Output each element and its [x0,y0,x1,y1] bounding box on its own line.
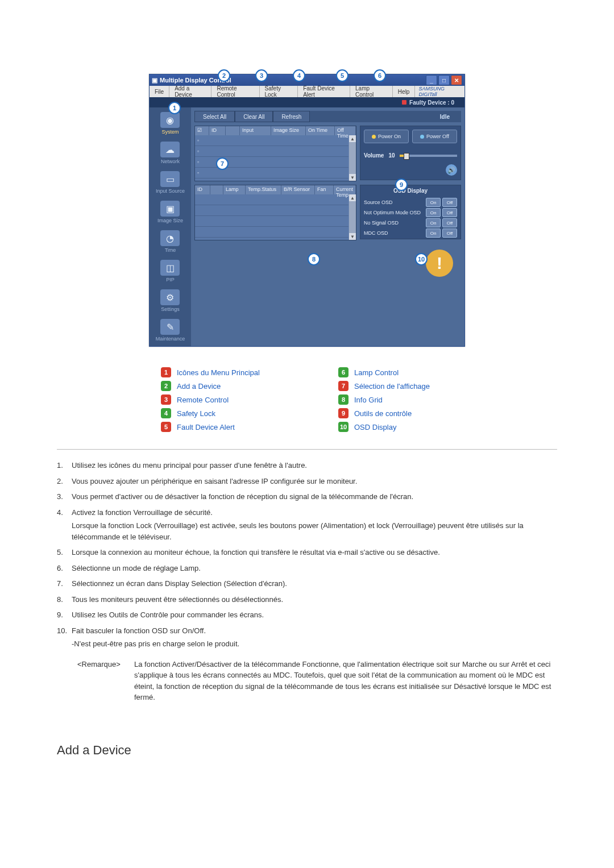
menu-add-device[interactable]: Add a Device [169,86,211,97]
legend-badge: 9 [338,408,349,418]
callout-8: 8 [308,253,320,265]
menu-file[interactable]: File [150,86,169,97]
description-list: 1.Utilisez les icônes du menu principal … [57,460,557,650]
clear-all-button[interactable]: Clear All [235,111,273,122]
legend-badge: 8 [338,394,349,405]
osd-row-no-signal: No Signal OSD On Off [364,218,457,228]
sidebar-item-maintenance[interactable]: ✎ Maintenance [152,319,188,342]
maximize-button[interactable]: □ [438,75,450,85]
table-row[interactable] [195,205,356,216]
sidebar-item-image-size[interactable]: ▣ Image Size [152,201,188,223]
power-on-led-icon [372,135,376,139]
menu-fault-device-alert[interactable]: Fault Device Alert [298,86,350,97]
callout-6: 6 [374,69,386,82]
table-row[interactable] [195,227,356,238]
th-status [226,126,240,135]
divider [57,449,557,450]
power-on-button[interactable]: Power On [364,130,409,143]
power-off-button[interactable]: Power Off [412,130,457,143]
volume-knob[interactable] [404,153,409,160]
scroll-down-icon[interactable]: ▼ [349,174,356,181]
osd-off-button[interactable]: Off [442,218,457,227]
menu-safety-lock[interactable]: Safety Lock [260,86,298,97]
settings-icon: ⚙ [160,289,180,305]
list-item: 5.Lorsque la connexion au moniteur échou… [57,547,557,558]
th-br-sensor: B/R Sensor [281,185,315,194]
select-all-button[interactable]: Select All [194,111,235,122]
legend-label: OSD Display [354,423,396,431]
list-item: 6.Sélectionne un mode de réglage Lamp. [57,563,557,574]
sidebar-item-label: Settings [161,306,180,312]
sidebar-item-input-source[interactable]: ▭ Input Source [152,171,188,194]
legend-label: Info Grid [354,396,383,404]
close-button[interactable]: ✕ [451,75,462,85]
osd-on-button[interactable]: On [426,229,441,238]
osd-row-not-optimum: Not Optimum Mode OSD On Off [364,207,457,218]
menu-lamp-control[interactable]: Lamp Control [350,86,393,97]
main-area: Select All Clear All Refresh Idle ☑ ID I… [191,107,464,346]
osd-display-panel: OSD Display Source OSD On Off Not Optimu… [360,185,461,239]
legend-item-10: 10 OSD Display [338,422,476,432]
list-text: Sélectionne un mode de réglage Lamp. [72,563,557,574]
sidebar-item-system[interactable]: ◉ System [152,112,188,135]
refresh-button[interactable]: Refresh [273,111,310,122]
osd-off-button[interactable]: Off [442,198,457,207]
alert-icon: ! [426,250,453,277]
list-item: 8.Tous les moniteurs peuvent être sélect… [57,594,557,605]
th-id: ID [209,126,226,135]
osd-row-source: Source OSD On Off [364,197,457,207]
scrollbar[interactable]: ▲ ▼ [349,194,356,240]
scrollbar[interactable]: ▲ ▼ [349,135,356,181]
sidebar-item-time[interactable]: ◔ Time [152,230,188,253]
volume-label: Volume [364,152,384,159]
speaker-icon[interactable]: 🔊 [446,164,457,176]
osd-on-button[interactable]: On [426,198,441,207]
list-item: 2.Vous pouvez ajouter un périphérique en… [57,476,557,487]
power-off-led-icon [420,135,424,139]
legend: 1 Icônes du Menu Principal 2 Add a Devic… [138,364,476,435]
th-blank [210,185,223,194]
legend-label: Outils de contrôle [354,409,412,418]
time-icon: ◔ [160,230,180,246]
legend-label: Icônes du Menu Principal [177,368,260,377]
osd-off-button[interactable]: Off [442,229,457,238]
list-text: Lorsque la connexion au moniteur échoue,… [72,547,557,558]
th-fan: Fan [315,185,334,194]
brand-label: SAMSUNG DIGITall [415,86,464,97]
power-on-label: Power On [378,134,401,139]
list-item: 9.Utilisez les Outils de Contrôle pour c… [57,609,557,621]
input-source-icon: ▭ [160,171,180,187]
callout-5: 5 [336,69,349,82]
th-image-size: Image Size [271,126,306,135]
th-current-temp: Current Temp. [334,185,356,194]
pip-icon: ◫ [160,260,180,276]
osd-on-button[interactable]: On [426,208,441,217]
sidebar-item-label: System [161,129,179,135]
table-row[interactable]: ▫ [195,146,356,157]
callout-3: 3 [255,69,268,82]
list-text: Utilisez les Outils de Contrôle pour com… [72,609,557,621]
th-check: ☑ [195,126,209,135]
legend-label: Fault Device Alert [177,423,235,431]
toolbar: Select All Clear All Refresh Idle [194,111,461,122]
legend-item-1: 1 Icônes du Menu Principal [161,367,298,377]
list-text: Tous les moniteurs peuvent être sélectio… [72,594,557,605]
sidebar-item-settings[interactable]: ⚙ Settings [152,289,188,312]
table-row[interactable] [195,216,356,227]
volume-slider[interactable] [400,155,457,157]
sidebar-item-label: PIP [166,277,175,283]
scroll-down-icon[interactable]: ▼ [349,233,356,240]
osd-off-button[interactable]: Off [442,208,457,217]
list-item: 1.Utilisez les icônes du menu principal … [57,460,557,471]
menu-help[interactable]: Help [393,86,416,97]
legend-item-7: 7 Sélection de l'affichage [338,381,476,391]
scroll-up-icon[interactable]: ▲ [349,194,356,201]
sidebar-item-pip[interactable]: ◫ PIP [152,260,188,283]
scroll-up-icon[interactable]: ▲ [349,135,356,142]
minimize-button[interactable]: _ [426,75,437,85]
table-row[interactable]: ▫ [195,135,356,146]
osd-on-button[interactable]: On [426,218,441,227]
sidebar-item-network[interactable]: ☁ Network [152,142,188,164]
table-row[interactable] [195,194,356,205]
menu-remote-control[interactable]: Remote Control [211,86,259,97]
